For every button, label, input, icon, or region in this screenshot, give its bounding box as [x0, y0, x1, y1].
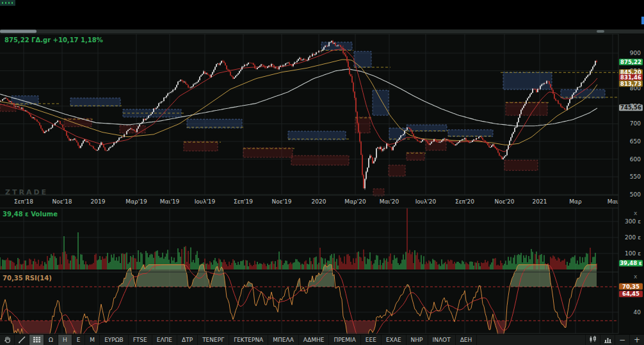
tool-draw-button[interactable]	[15, 335, 29, 345]
ticker-button[interactable]: ΤΕΝΕΡΓ	[198, 335, 229, 345]
ticker-label: ΓΕΚΤΕΡΝΑ	[234, 337, 263, 343]
hand-icon	[3, 335, 12, 345]
timeframe-button[interactable]: Ε	[72, 335, 86, 345]
timeframe-label: Ω	[49, 337, 53, 343]
svg-text:Ιουλ'20: Ιουλ'20	[415, 198, 437, 205]
svg-text:745,56: 745,56	[620, 104, 641, 111]
bottom-toolbar: ΩΗΕΜΕΥΡΩΒFTSEΕΛΠΕΔΤΡΤΕΝΕΡΓΓΕΚΤΕΡΝΑΜΠΕΛΑΑ…	[0, 334, 644, 345]
svg-text:900: 900	[630, 50, 641, 56]
minimized-window[interactable]	[0, 0, 15, 6]
ma-medium-badge: 813,73	[619, 81, 643, 87]
rsi-value-badge: 70,35	[619, 284, 643, 290]
timeframe-button[interactable]: Η	[58, 335, 72, 345]
chart-type-button[interactable]	[585, 335, 600, 345]
svg-text:Μαρ'19: Μαρ'19	[125, 198, 147, 205]
bars-icon	[604, 335, 612, 345]
zoom-out-button[interactable]: −	[615, 335, 629, 345]
window-edge-indicator	[641, 17, 644, 24]
svg-text:Μαι: Μαι	[608, 198, 618, 205]
svg-text:40: 40	[634, 309, 641, 316]
rsi-signal-badge: 64,45	[619, 291, 643, 297]
svg-text:Σεπ'19: Σεπ'19	[234, 198, 253, 205]
ticker-label: ΑΔΜΗΕ	[303, 337, 325, 343]
tool-pan-button[interactable]	[0, 335, 15, 345]
ticker-label: ΕΥΡΩΒ	[104, 337, 124, 343]
chart-canvas[interactable]: 500550600650700750800850900100 ε200 ε300…	[0, 26, 644, 334]
svg-text:Μαρ: Μαρ	[569, 198, 582, 205]
svg-text:64,45: 64,45	[622, 291, 640, 297]
ticker-button[interactable]: ΙΝΛΟΤ	[428, 335, 456, 345]
svg-text:Νοε'18: Νοε'18	[52, 198, 72, 205]
svg-text:Νοε'19: Νοε'19	[271, 198, 291, 205]
ticker-label: ΔΕΗ	[460, 337, 472, 343]
ticker-button[interactable]: ΠΡΕΜΙΑ	[329, 335, 360, 345]
ticker-label: ΕΛΠΕ	[157, 337, 172, 343]
svg-text:70,35: 70,35	[622, 284, 640, 290]
tool-grid-button[interactable]	[29, 335, 44, 345]
ma-fast-badge: 831,46	[619, 74, 643, 81]
plus-icon: +	[634, 335, 640, 344]
last-price-badge: 875,22	[619, 59, 643, 65]
svg-text:Νοε'20: Νοε'20	[494, 198, 514, 205]
svg-text:Μαι'19: Μαι'19	[160, 198, 180, 205]
svg-text:813,73: 813,73	[620, 81, 641, 87]
svg-text:2021: 2021	[533, 198, 547, 205]
ticker-label: ΙΝΛΟΤ	[433, 337, 451, 343]
svg-text:39,48 ε: 39,48 ε	[620, 260, 642, 266]
timeframe-label: Ε	[77, 337, 81, 343]
svg-text:Σεπ'18: Σεπ'18	[14, 198, 33, 205]
ticker-label: ΤΕΝΕΡΓ	[202, 337, 224, 343]
svg-text:650: 650	[630, 138, 641, 145]
timeframe-button[interactable]: Ω	[44, 335, 58, 345]
svg-text:2019: 2019	[91, 198, 106, 205]
ticker-label: ΕΕΕ	[366, 337, 376, 343]
zoom-in-button[interactable]: +	[629, 335, 644, 345]
ticker-button[interactable]: ΓΕΚΤΕΡΝΑ	[229, 335, 268, 345]
svg-text:Ιουλ'19: Ιουλ'19	[195, 198, 216, 205]
price-axis[interactable]: 500550600650700750800850900100 ε200 ε300…	[618, 34, 644, 334]
candles-icon	[588, 335, 597, 345]
timeframe-button[interactable]: Μ	[85, 335, 100, 345]
svg-text:831,46: 831,46	[620, 74, 641, 81]
svg-text:600: 600	[630, 156, 641, 163]
horizontal-scrollbar[interactable]	[0, 29, 644, 33]
ticker-button[interactable]: ΝΗΡ	[407, 335, 428, 345]
timeframe-label: Η	[63, 337, 67, 343]
ticker-button[interactable]: ΕΛΠΕ	[152, 335, 177, 345]
top-strip	[0, 0, 644, 26]
volume-badge: 39,48 ε	[619, 260, 643, 266]
ticker-button[interactable]: ΕΕΕ	[361, 335, 382, 345]
ticker-button[interactable]: ΑΔΜΗΕ	[299, 335, 330, 345]
minus-icon: −	[619, 335, 625, 344]
svg-text:2020: 2020	[312, 198, 326, 205]
ticker-label: ΔΤΡ	[182, 337, 193, 343]
ticker-button[interactable]: ΜΠΕΛΑ	[268, 335, 299, 345]
table-icon	[33, 335, 41, 345]
trading-app-window: 500550600650700750800850900100 ε200 ε300…	[0, 0, 644, 345]
svg-text:Σεπ'20: Σεπ'20	[455, 198, 474, 205]
pencil-icon	[18, 335, 26, 345]
volume-pane-close[interactable]: x	[634, 210, 638, 216]
chart-area[interactable]: 500550600650700750800850900100 ε200 ε300…	[0, 26, 644, 334]
ticker-label: ΠΡΕΜΙΑ	[334, 337, 355, 343]
rsi-pane-close[interactable]: x	[634, 273, 638, 280]
ticker-label: ΕΧΑΕ	[386, 337, 401, 343]
ticker-button[interactable]: ΔΤΡ	[177, 335, 198, 345]
ticker-button[interactable]: ΔΕΗ	[456, 335, 478, 345]
timeframe-label: Μ	[90, 337, 95, 343]
ticker-button[interactable]: FTSE	[129, 335, 152, 345]
ticker-label: ΜΠΕΛΑ	[273, 337, 294, 343]
svg-text:700: 700	[630, 120, 641, 127]
scrollbar-thumb[interactable]	[0, 30, 36, 33]
ticker-label: FTSE	[133, 337, 147, 343]
ticker-label: ΝΗΡ	[411, 337, 423, 343]
ticker-button[interactable]: ΕΥΡΩΒ	[100, 335, 129, 345]
svg-text:100 ε: 100 ε	[625, 250, 641, 257]
volume-toggle-button[interactable]	[600, 335, 615, 345]
svg-text:300 ε: 300 ε	[625, 218, 641, 225]
svg-text:500: 500	[630, 191, 641, 198]
svg-text:875,22: 875,22	[620, 59, 641, 65]
ticker-button[interactable]: ΕΧΑΕ	[382, 335, 407, 345]
svg-text:Μαρ'20: Μαρ'20	[344, 198, 366, 205]
svg-text:200 ε: 200 ε	[625, 234, 641, 241]
